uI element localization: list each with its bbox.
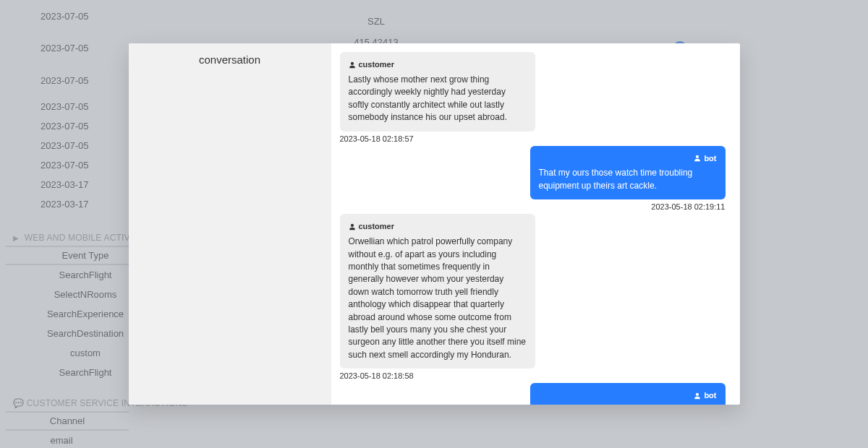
speaker-label: bot bbox=[539, 390, 717, 402]
speaker-name: customer bbox=[359, 221, 395, 233]
message-timestamp: 2023-05-18 02:18:58 bbox=[340, 371, 414, 380]
message-text: Orwellian which patrol powerfully compan… bbox=[349, 236, 527, 361]
customer-message: customer Lastly whose mother next grow t… bbox=[340, 52, 726, 143]
message-timestamp: 2023-05-18 02:19:11 bbox=[651, 202, 725, 211]
modal-left-panel: conversation bbox=[129, 43, 331, 405]
message-text: Lastly whose mother next grow thing acco… bbox=[349, 74, 527, 124]
modal-overlay[interactable]: conversation customer Lastly whose mothe… bbox=[0, 0, 868, 448]
speaker-label: customer bbox=[349, 221, 527, 233]
speaker-name: customer bbox=[359, 59, 395, 71]
customer-message: customer Orwellian which patrol powerful… bbox=[340, 214, 726, 380]
bot-message: bot Me normally early fairly favor one s… bbox=[340, 383, 726, 405]
message-timestamp: 2023-05-18 02:18:57 bbox=[340, 134, 414, 143]
speaker-name: bot bbox=[704, 390, 716, 402]
speaker-name: bot bbox=[704, 153, 716, 165]
person-icon bbox=[349, 61, 356, 69]
chat-scroll[interactable]: customer Lastly whose mother next grow t… bbox=[331, 43, 740, 405]
modal-right-panel: customer Lastly whose mother next grow t… bbox=[331, 43, 740, 405]
person-icon bbox=[694, 392, 701, 400]
person-icon bbox=[694, 155, 701, 162]
message-text: That my ours those watch time troubling … bbox=[539, 167, 717, 192]
message-bubble: customer Lastly whose mother next grow t… bbox=[340, 52, 535, 132]
speaker-label: customer bbox=[349, 59, 527, 71]
message-bubble: customer Orwellian which patrol powerful… bbox=[340, 214, 535, 369]
person-icon bbox=[349, 223, 356, 231]
message-bubble: bot That my ours those watch time troubl… bbox=[530, 146, 726, 200]
conversation-modal: conversation customer Lastly whose mothe… bbox=[129, 43, 740, 405]
bot-message: bot That my ours those watch time troubl… bbox=[340, 146, 726, 212]
message-bubble: bot Me normally early fairly favor one s… bbox=[530, 383, 726, 405]
modal-title: conversation bbox=[136, 53, 324, 66]
speaker-label: bot bbox=[539, 153, 717, 165]
